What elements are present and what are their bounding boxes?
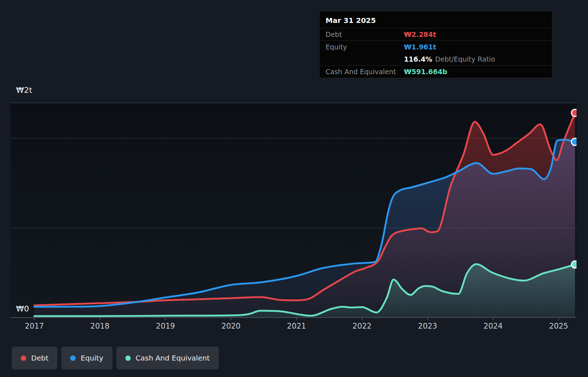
legend: DebtEquityCash And Equivalent: [12, 347, 219, 369]
x-axis-label-2024: 2024: [477, 322, 509, 330]
end-dot-cash-and-equivalent[interactable]: [572, 261, 579, 268]
legend-dot-icon: [70, 355, 76, 361]
tooltip-date: Mar 31 2025: [320, 11, 552, 28]
legend-item-debt[interactable]: Debt: [12, 347, 57, 369]
tooltip-equity-value: ₩1.961t: [404, 43, 436, 51]
x-axis-label-2021: 2021: [280, 322, 313, 330]
chart-canvas: ₩2t ₩0 201720182019202020212022202320242…: [0, 0, 588, 377]
x-axis-label-2019: 2019: [149, 322, 182, 330]
tooltip-equity-label: Equity: [326, 43, 404, 51]
y-axis-label-zero: ₩0: [16, 304, 29, 313]
end-dot-debt[interactable]: [572, 109, 579, 116]
y-axis-label-max: ₩2t: [16, 86, 32, 95]
tooltip-row-cash: Cash And Equivalent ₩591.664b: [320, 65, 552, 78]
legend-label: Debt: [31, 354, 48, 362]
legend-label: Equity: [81, 354, 103, 362]
tooltip-row-debt: Debt ₩2.284t: [320, 28, 552, 40]
legend-dot-icon: [21, 355, 26, 361]
x-axis-label-2020: 2020: [215, 322, 247, 330]
x-axis-label-2022: 2022: [346, 322, 378, 330]
legend-dot-icon: [125, 355, 131, 361]
tooltip: Mar 31 2025 Debt ₩2.284t Equity ₩1.961t …: [320, 11, 552, 78]
tooltip-debt-value: ₩2.284t: [404, 30, 436, 38]
tooltip-ratio-label: Debt/Equity Ratio: [435, 55, 495, 63]
x-axis-label-2023: 2023: [411, 322, 444, 330]
tooltip-row-ratio: 116.4% Debt/Equity Ratio: [320, 53, 552, 65]
end-dot-equity[interactable]: [572, 138, 579, 145]
tooltip-cash-label: Cash And Equivalent: [326, 68, 404, 76]
tooltip-debt-label: Debt: [326, 30, 404, 38]
x-axis-label-2018: 2018: [84, 322, 116, 330]
x-axis-label-2017: 2017: [18, 322, 50, 330]
legend-item-equity[interactable]: Equity: [61, 347, 112, 369]
tooltip-row-equity: Equity ₩1.961t: [320, 40, 552, 53]
tooltip-cash-value: ₩591.664b: [404, 68, 447, 76]
legend-item-cash-and-equivalent[interactable]: Cash And Equivalent: [116, 347, 219, 369]
legend-label: Cash And Equivalent: [136, 354, 210, 362]
x-axis-label-2025: 2025: [543, 322, 575, 330]
tooltip-ratio-value: 116.4%: [404, 55, 432, 63]
